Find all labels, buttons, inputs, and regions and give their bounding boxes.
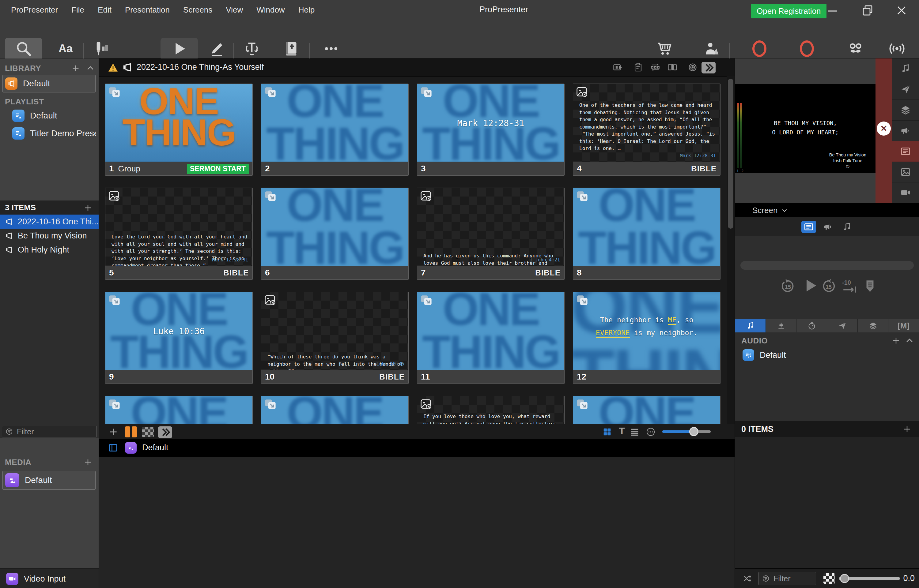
- slide-2[interactable]: ONETHING2: [261, 84, 408, 176]
- clear-slide-lines-button[interactable]: [892, 141, 919, 162]
- add-slide-icon[interactable]: [108, 427, 119, 437]
- library-collapse-icon[interactable]: [86, 64, 95, 73]
- minimize-button[interactable]: [824, 3, 841, 18]
- slide-6[interactable]: ONETHING6: [261, 187, 408, 280]
- ring-icon: [751, 40, 768, 57]
- menu-screens[interactable]: Screens: [177, 5, 219, 15]
- audio-add-icon[interactable]: [891, 336, 901, 345]
- slide-16[interactable]: ONETHING16: [573, 396, 721, 424]
- slide-14[interactable]: ONETHINGMatthew 5:46-4714: [261, 396, 408, 424]
- sidebar-filter-input[interactable]: Filter: [2, 426, 97, 438]
- playlist-item-0[interactable]: Default: [12, 107, 96, 124]
- audio-playlist-item[interactable]: Default: [742, 348, 908, 362]
- play-button[interactable]: [801, 277, 819, 294]
- target-icon[interactable]: [687, 62, 698, 73]
- clear-megaphone-button[interactable]: [892, 121, 919, 141]
- menu-window[interactable]: Window: [250, 5, 291, 15]
- film-strip-icon[interactable]: [613, 62, 623, 73]
- slide-13[interactable]: ONETHING13: [105, 396, 253, 424]
- audio-filter-input[interactable]: Filter: [759, 572, 816, 585]
- audio-items-add-icon[interactable]: [903, 425, 912, 434]
- rew15-button[interactable]: 15: [780, 279, 796, 294]
- slide-8[interactable]: ONETHING8: [573, 187, 721, 280]
- split-view-icon[interactable]: [667, 62, 677, 73]
- slide-10[interactable]: “Which of these three do you think was a…: [261, 292, 408, 384]
- transition-icon[interactable]: [142, 427, 154, 437]
- list-view-icon[interactable]: [629, 427, 640, 437]
- presentation-item-2[interactable]: Oh Holy Night: [0, 243, 99, 257]
- playlist-item-1[interactable]: Titler Demo Presen...: [12, 125, 96, 142]
- media-bin-body[interactable]: [99, 457, 734, 588]
- slide-4[interactable]: One of the teachers of the law came and …: [573, 84, 721, 176]
- group-color-icon[interactable]: [125, 426, 138, 438]
- marker-button[interactable]: [862, 279, 878, 294]
- clipboard-icon[interactable]: [633, 62, 643, 73]
- library-item-default[interactable]: Default: [2, 75, 96, 92]
- media-bin-playlist-name[interactable]: Default: [142, 443, 169, 452]
- slide-7[interactable]: And he has given us this command: Anyone…: [417, 187, 564, 280]
- shuffle-icon[interactable]: [742, 573, 754, 584]
- zoom-slider-thumb[interactable]: [689, 427, 699, 436]
- clear-layer-button[interactable]: ✕: [877, 121, 891, 136]
- clear-send-plane-button[interactable]: [892, 79, 919, 100]
- warning-icon[interactable]: [108, 63, 118, 73]
- skip-next-icon[interactable]: [702, 62, 716, 73]
- menu-propresenter[interactable]: ProPresenter: [4, 5, 65, 15]
- volume-slider-thumb[interactable]: [840, 574, 849, 583]
- slide-grid-scrollbar[interactable]: [727, 76, 734, 424]
- menu-view[interactable]: View: [219, 5, 250, 15]
- media-add-icon[interactable]: [83, 457, 92, 467]
- clear-layers-button[interactable]: [892, 100, 919, 121]
- tab-layers[interactable]: [858, 319, 888, 333]
- presentation-item-1[interactable]: Be Thou my Vision: [0, 229, 99, 243]
- fwd15-button[interactable]: 15: [821, 279, 836, 294]
- zoom-slider[interactable]: [662, 430, 711, 433]
- audio-collapse-icon[interactable]: [905, 336, 914, 345]
- audio-bin-body[interactable]: [735, 437, 919, 569]
- items-add-icon[interactable]: [83, 203, 92, 212]
- slide-1[interactable]: ONETHING1GroupSERMON START: [105, 84, 253, 176]
- clear-music-note-button[interactable]: [892, 58, 919, 79]
- music-note-icon[interactable]: [842, 221, 852, 232]
- tab-fader[interactable]: [766, 319, 796, 333]
- menu-file[interactable]: File: [65, 5, 91, 15]
- library-add-icon[interactable]: [71, 64, 80, 73]
- clear-video-camera-button[interactable]: [892, 183, 919, 203]
- media-item-default[interactable]: Default: [2, 471, 96, 490]
- clear-image-button[interactable]: [892, 162, 919, 183]
- screen-selector[interactable]: Screen: [735, 203, 919, 217]
- slide-5[interactable]: Love the Lord your God with all your hea…: [105, 187, 253, 280]
- tab-macro[interactable]: [M]: [888, 319, 919, 333]
- slide-12[interactable]: ONETHINGThe neighbor is ME, soEVERYONE i…: [573, 292, 721, 384]
- volume-slider[interactable]: [839, 577, 900, 580]
- video-input-item[interactable]: Video Input: [0, 569, 99, 588]
- text-view-icon[interactable]: T: [616, 425, 627, 436]
- slide-scripture-ref: Mark 12:28-31: [212, 257, 248, 263]
- restore-button[interactable]: [859, 3, 877, 18]
- scrollbar-thumb[interactable]: [728, 79, 733, 229]
- menu-help[interactable]: Help: [292, 5, 321, 15]
- megaphone-icon[interactable]: [823, 221, 833, 232]
- skip-arrow-icon[interactable]: [158, 426, 172, 438]
- audio-transition-icon[interactable]: [823, 573, 835, 584]
- sidebar-toggle-icon[interactable]: [108, 443, 118, 453]
- more-options-icon[interactable]: [645, 427, 656, 437]
- slide-3[interactable]: ONETHINGMark 12:28-313: [417, 84, 564, 176]
- menu-presentation[interactable]: Presentation: [118, 5, 177, 15]
- presentation-item-0[interactable]: 2022-10-16 One Thi...: [0, 215, 99, 229]
- open-registration-button[interactable]: Open Registration: [751, 4, 827, 18]
- tab-timer[interactable]: [796, 319, 827, 333]
- slide-9[interactable]: ONETHINGLuke 10:369: [105, 292, 253, 384]
- arrangement-icon[interactable]: [650, 62, 660, 73]
- tab-music-note[interactable]: [735, 319, 766, 333]
- slide-15[interactable]: If you love those who love you, what rew…: [417, 396, 564, 424]
- slide-footer: 7BIBLE: [417, 266, 564, 279]
- close-button[interactable]: [893, 3, 910, 18]
- menu-edit[interactable]: Edit: [91, 5, 118, 15]
- grid-view-icon[interactable]: [601, 427, 613, 437]
- playback-progress-bar[interactable]: [741, 261, 914, 270]
- slide-layer-button[interactable]: [801, 221, 816, 233]
- tab-send-plane[interactable]: [827, 319, 858, 333]
- skip10-button[interactable]: -10: [841, 279, 857, 294]
- slide-11[interactable]: ONETHING11: [417, 292, 564, 384]
